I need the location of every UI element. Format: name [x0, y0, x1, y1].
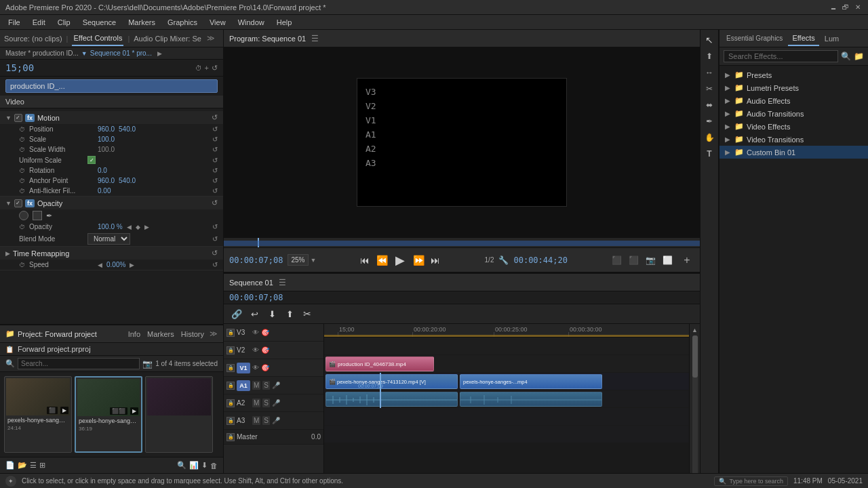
prev-frame-btn[interactable]: ⏮ — [357, 253, 372, 268]
scalewidth-reset-btn[interactable]: ↺ — [212, 146, 218, 153]
menu-graphics[interactable]: Graphics — [162, 17, 203, 28]
overwrite-btn[interactable]: ⬇ — [264, 306, 279, 321]
opacity-keyframe-next[interactable]: ▶ — [144, 224, 149, 230]
position-y-value[interactable]: 540.0 — [119, 125, 136, 133]
track-v1-active[interactable]: V1 — [237, 363, 250, 373]
lock-a2[interactable]: 🔒 — [226, 399, 235, 407]
sequence-value[interactable]: Sequence 01 * pro... — [90, 49, 152, 57]
history-tab[interactable]: History — [181, 330, 204, 338]
speed-value[interactable]: 0.00% — [106, 261, 125, 268]
motion-toggle-check[interactable]: ✓ — [14, 114, 22, 122]
camera-btn[interactable]: 📷 — [643, 253, 658, 268]
razor-btn[interactable]: ✂ — [300, 306, 315, 321]
zoom-select[interactable]: 25% — [288, 254, 308, 266]
taskbar-search[interactable]: 🔍 Type here to search — [714, 476, 788, 486]
mic-a3[interactable]: 🎤 — [272, 417, 280, 424]
eye-v3[interactable]: 👁 — [252, 329, 259, 336]
text-tool[interactable]: T — [702, 146, 717, 161]
menu-sequence[interactable]: Sequence — [77, 17, 122, 28]
project-clip-2[interactable]: ▶ ⬛⬛ pexels-honye-sanges-741... 36:19 — [75, 376, 142, 453]
opacity-reset-btn[interactable]: ↺ — [212, 199, 218, 207]
effects-search-btn[interactable]: 🔍 — [841, 52, 851, 61]
program-menu-btn[interactable]: ☰ — [311, 34, 319, 43]
lock-a3[interactable]: 🔒 — [226, 417, 235, 425]
lumetri-tab[interactable]: Lum — [821, 32, 843, 45]
wrench-icon[interactable]: 🔧 — [498, 256, 509, 265]
proj-new-btn[interactable]: 📄 — [5, 461, 15, 470]
eye-v1[interactable]: 👁 — [252, 364, 259, 371]
video-effects-folder[interactable]: ▶ 📁 Video Effects — [719, 120, 868, 133]
position-x-value[interactable]: 960.0 — [98, 125, 115, 133]
opacity-toggle-check[interactable]: ✓ — [14, 199, 22, 207]
lock-v2[interactable]: 🔒 — [226, 346, 235, 354]
reset-btn[interactable]: ↺ — [212, 64, 218, 73]
slip-tool[interactable]: ⬌ — [702, 98, 717, 113]
anchor-x[interactable]: 960.0 — [98, 177, 115, 184]
mute-a2[interactable]: M — [252, 399, 260, 407]
razor-tool[interactable]: ✂ — [702, 81, 717, 96]
timeline-timecode[interactable]: 00:00:07;08 — [224, 291, 700, 304]
v3-track-row[interactable] — [324, 338, 689, 355]
speed-reset[interactable]: ↺ — [212, 261, 218, 268]
tl-scroll-up[interactable]: ▲ — [692, 327, 698, 333]
proj-sort-btn[interactable]: ⬇ — [201, 461, 208, 470]
time-remap-reset[interactable]: ↺ — [212, 249, 218, 258]
solo-a3[interactable]: S — [262, 416, 270, 425]
step-fwd-btn[interactable]: ⏩ — [411, 253, 426, 268]
stopwatch-scalewidth[interactable]: ⏱ — [19, 146, 25, 153]
blend-mode-select[interactable]: Normal — [87, 233, 130, 245]
speed-prev[interactable]: ◀ — [98, 262, 102, 268]
selection-tool[interactable]: ↖ — [702, 33, 717, 47]
v1-track-row[interactable]: 🎬 pexels-honye-sanges-7413120.mp4 [V] 00… — [324, 373, 689, 390]
clip-pexels-v1-2[interactable]: pexels-honye-sanges-...mp4 — [460, 374, 602, 389]
rot-reset[interactable]: ↺ — [212, 167, 218, 174]
pen-tool-btn[interactable]: ✒ — [46, 211, 52, 220]
time-remapping-header[interactable]: ▶ Time Remapping ↺ — [0, 247, 223, 260]
a2-track-row[interactable] — [324, 408, 689, 426]
track-a1-active[interactable]: A1 — [237, 380, 250, 391]
uniform-scale-checkbox[interactable]: ✓ — [87, 156, 96, 164]
mute-a1[interactable]: M — [252, 381, 260, 390]
clip-audio-2[interactable] — [460, 392, 602, 407]
presets-folder[interactable]: ▶ 📁 Presets — [719, 68, 868, 81]
target-v1[interactable]: 🎯 — [261, 364, 269, 371]
clip-name-field[interactable]: production ID_... — [5, 79, 218, 93]
status-icon-1[interactable]: ✦ — [5, 476, 16, 487]
close-button[interactable]: ✕ — [853, 3, 863, 12]
clip-production-id[interactable]: 🎬 production ID_4046738.mp4 — [326, 357, 434, 371]
blend-reset[interactable]: ↺ — [212, 235, 218, 243]
project-expand-btn[interactable]: ≫ — [210, 329, 218, 338]
maximize-button[interactable]: 🗗 — [841, 3, 850, 12]
a3-track-row[interactable] — [324, 426, 689, 443]
solo-a1[interactable]: S — [262, 381, 270, 390]
rotation-value[interactable]: 0.0 — [98, 167, 107, 174]
export-frame-btn[interactable]: ⬜ — [660, 253, 675, 268]
video-transitions-folder[interactable]: ▶ 📁 Video Transitions — [719, 133, 868, 146]
playback-time[interactable]: 00:00:07;08 — [229, 256, 283, 265]
add-motion-btn[interactable]: + — [205, 64, 209, 72]
eye-v2[interactable]: 👁 — [252, 346, 259, 354]
lock-a1[interactable]: 🔒 — [226, 382, 235, 390]
project-search-input[interactable] — [18, 358, 140, 369]
pen-tool[interactable]: ✒ — [702, 114, 717, 129]
lift-btn[interactable]: ⬆ — [282, 306, 297, 321]
project-clip-1[interactable]: ▶ ⬛ pexels-honye-sanges-532... 24:14 — [4, 376, 72, 453]
tl-menu-btn[interactable]: ☰ — [279, 278, 286, 287]
a1-track-row[interactable] — [324, 390, 689, 408]
panel-expand-btn[interactable]: ≫ — [207, 34, 215, 43]
menu-edit[interactable]: Edit — [27, 17, 51, 28]
info-tab[interactable]: Info — [128, 330, 140, 338]
opacity-reset[interactable]: ↺ — [212, 223, 218, 230]
insert-btn[interactable]: ↩ — [247, 306, 262, 321]
proj-delete-btn[interactable]: 🗑 — [210, 462, 218, 470]
proj-bin-btn[interactable]: 📂 — [18, 461, 27, 470]
opacity-header[interactable]: ▼ ✓ fx Opacity ↺ — [0, 197, 223, 209]
menu-help[interactable]: Help — [271, 17, 298, 28]
target-v3[interactable]: 🎯 — [261, 329, 269, 336]
new-item-btn[interactable]: 📷 — [142, 359, 153, 369]
opacity-add-keyframe[interactable]: ◆ — [136, 224, 140, 230]
lock-v1[interactable]: 🔒 — [226, 364, 235, 372]
stopwatch-rot[interactable]: ⏱ — [19, 167, 25, 174]
target-v2[interactable]: 🎯 — [261, 346, 269, 354]
anchor-reset[interactable]: ↺ — [212, 177, 218, 184]
